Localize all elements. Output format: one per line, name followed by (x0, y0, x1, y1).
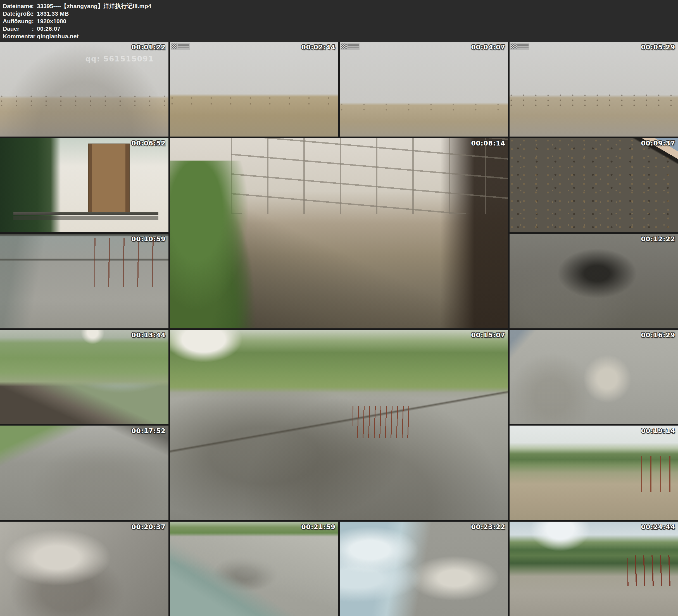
file-info-header: Dateiname : 33395----【zhangyang】洋洋执行记III… (0, 0, 678, 42)
watermark-text-lines (517, 44, 529, 49)
video-thumbnail: 00:12:22 (510, 234, 678, 329)
video-thumbnail: 00:08:14 (170, 138, 508, 329)
qr-watermark-badge (171, 43, 190, 50)
thumbnail-timestamp: 00:19:14 (641, 427, 675, 434)
info-colon: : (32, 17, 37, 25)
qr-code-icon (511, 44, 517, 49)
thumbnail-timestamp: 00:01:22 (131, 44, 166, 51)
video-thumbnail: 00:01:22qq: 561515091 (0, 42, 168, 137)
video-thumbnail: 00:09:37 (510, 138, 678, 233)
thumbnail-timestamp: 00:05:29 (641, 44, 675, 51)
qq-watermark: qq: 561515091 (85, 55, 154, 63)
video-thumbnail: 00:06:52 (0, 138, 168, 233)
thumbnail-timestamp: 00:20:37 (131, 523, 166, 531)
video-thumbnail: 00:02:44 (170, 42, 338, 137)
info-label: Auflösung (3, 17, 32, 25)
thumbnail-timestamp: 00:06:52 (131, 140, 166, 147)
video-thumbnail: 00:16:29 (510, 330, 678, 424)
watermark-text-lines (347, 44, 359, 49)
video-thumbnail: 00:05:29 (510, 42, 678, 137)
qr-watermark-badge (511, 43, 529, 50)
video-thumbnail: 00:10:59 (0, 234, 168, 329)
info-row-duration: Dauer : 00:26:07 (3, 25, 678, 32)
thumbnail-timestamp: 00:12:22 (641, 235, 675, 243)
thumbnail-timestamp: 00:16:29 (641, 332, 675, 339)
video-thumbnail: 00:13:44 (0, 330, 168, 424)
watermark-text-lines (178, 44, 189, 49)
thumbnail-timestamp: 00:08:14 (471, 140, 505, 147)
thumbnail-timestamp: 00:15:07 (471, 332, 505, 339)
info-row-comment: Kommentar : qinglanhua.net (3, 32, 678, 40)
thumbnail-timestamp: 00:17:52 (131, 427, 166, 434)
info-label: Dauer (3, 25, 32, 32)
thumbnail-timestamp: 00:21:59 (301, 523, 336, 531)
info-colon: : (32, 25, 37, 32)
video-thumbnail: 00:23:22 (340, 522, 508, 616)
thumbnail-timestamp: 00:10:59 (131, 235, 166, 243)
info-value-comment: qinglanhua.net (37, 32, 78, 40)
info-label: Kommentar (3, 32, 32, 40)
thumbnail-timestamp: 00:13:44 (131, 332, 166, 339)
thumbnail-timestamp: 00:02:44 (301, 44, 336, 51)
qr-code-icon (172, 44, 177, 49)
info-value-resolution: 1920x1080 (37, 17, 66, 25)
video-thumbnail: 00:15:07 (170, 330, 508, 520)
thumbnail-timestamp: 00:09:37 (641, 140, 675, 147)
info-row-resolution: Auflösung : 1920x1080 (3, 17, 678, 25)
video-thumbnail: 00:17:52 (0, 426, 168, 520)
thumbnail-grid: 00:01:22qq: 56151509100:02:4400:04:0700:… (0, 42, 678, 616)
info-label: Dateigröße (3, 10, 32, 17)
qr-watermark-badge (341, 43, 360, 50)
info-label: Dateiname (3, 2, 32, 10)
thumbnail-timestamp: 00:24:44 (641, 523, 675, 531)
thumbnail-timestamp: 00:23:22 (471, 523, 505, 531)
qr-code-icon (341, 44, 347, 49)
thumbnail-timestamp: 00:04:07 (471, 44, 505, 51)
info-colon: : (32, 10, 37, 17)
video-thumbnail: 00:19:14 (510, 426, 678, 520)
video-thumbnail: 00:21:59 (170, 522, 338, 616)
info-row-filesize: Dateigröße : 1831.33 MB (3, 10, 678, 17)
video-thumbnail: 00:20:37 (0, 522, 168, 616)
info-colon: : (32, 32, 37, 40)
info-colon: : (32, 2, 37, 10)
video-thumbnail: 00:04:07 (340, 42, 508, 137)
info-row-filename: Dateiname : 33395----【zhangyang】洋洋执行记III… (3, 2, 678, 10)
info-value-duration: 00:26:07 (37, 25, 60, 32)
info-value-filesize: 1831.33 MB (37, 10, 69, 17)
video-thumbnail: 00:24:44 (510, 522, 678, 616)
info-value-filename: 33395----【zhangyang】洋洋执行记III.mp4 (37, 2, 151, 10)
